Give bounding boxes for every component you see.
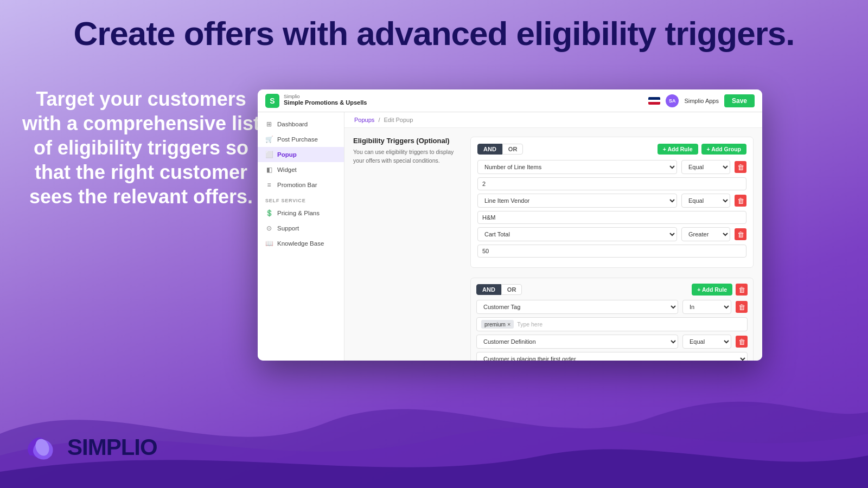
customer-def-operator-select[interactable]: Equal — [682, 335, 731, 349]
panel-description: You can use eligibility triggers to disp… — [353, 148, 462, 165]
rule-3-operator-select[interactable]: Greater — [681, 227, 730, 241]
app-name-block: Simplio Simple Promotions & Upsells — [284, 94, 367, 106]
app-label: Simplio — [284, 94, 367, 99]
customer-def-field-select[interactable]: Customer Definition — [476, 335, 678, 349]
panel-title: Eligibility Triggers (Optional) — [353, 137, 462, 145]
sidebar-item-post-purchase[interactable]: 🛒 Post Purchase — [258, 132, 344, 147]
rule-group-2: AND OR + Add Rule 🗑 Customer Tag — [470, 278, 754, 361]
rule-2-operator-select[interactable]: Equal — [681, 194, 730, 208]
breadcrumb-current: Edit Popup — [384, 117, 413, 123]
delete-customer-def-button[interactable]: 🗑 — [736, 336, 748, 348]
knowledge-base-icon: 📖 — [265, 240, 273, 247]
window-topbar: S Simplio Simple Promotions & Upsells SA… — [258, 89, 762, 112]
customer-def-value-row: Customer is placing their first order — [476, 352, 748, 361]
left-description: Target your customers with a comprehensi… — [16, 87, 266, 209]
breadcrumb-parent[interactable]: Popups — [354, 117, 374, 123]
sidebar: ⊞ Dashboard 🛒 Post Purchase ⬜ Popup ◧ Wi… — [258, 112, 344, 361]
pricing-icon: 💲 — [265, 209, 273, 217]
rule-2-value-input[interactable] — [477, 211, 746, 224]
group-1-header: AND OR + Add Rule + Add Group — [477, 144, 746, 155]
group-2-actions: + Add Rule 🗑 — [692, 284, 748, 296]
delete-rule-3-button[interactable]: 🗑 — [735, 228, 746, 240]
premium-tag-chip: premium × — [481, 320, 514, 329]
widget-icon: ◧ — [265, 166, 273, 174]
rule-1-field-select[interactable]: Number of Line Items — [477, 160, 677, 174]
or-button-2[interactable]: OR — [501, 284, 522, 295]
rule-2-value-row — [477, 211, 746, 224]
rule-row-customer-tag: Customer Tag In 🗑 — [476, 300, 748, 314]
dashboard-icon: ⊞ — [265, 120, 273, 128]
rules-panel: AND OR + Add Rule + Add Group Number — [470, 137, 754, 361]
sidebar-item-popup[interactable]: ⬜ Popup — [258, 147, 344, 162]
delete-rule-2-button[interactable]: 🗑 — [735, 195, 746, 207]
save-button[interactable]: Save — [724, 94, 755, 107]
customer-tag-operator-select[interactable]: In — [682, 300, 731, 314]
main-content: Popups / Edit Popup Eligibility Triggers… — [344, 112, 762, 361]
add-rule-button-2[interactable]: + Add Rule — [692, 284, 732, 296]
popup-icon: ⬜ — [265, 151, 273, 158]
page-title: Create offers with advanced eligibility … — [0, 15, 868, 52]
content-area: Eligibility Triggers (Optional) You can … — [344, 128, 762, 361]
remove-tag-icon[interactable]: × — [507, 321, 510, 328]
rule-2-field-select[interactable]: Line Item Vendor — [477, 194, 677, 208]
rule-1-value-input[interactable] — [477, 177, 746, 190]
rule-row-customer-def: Customer Definition Equal 🗑 — [476, 335, 748, 349]
app-logo-icon: S — [265, 94, 279, 108]
simplio-wordmark: SIMPLIO — [67, 434, 157, 460]
rule-1-operator-select[interactable]: Equal — [681, 160, 730, 174]
delete-group-2-button[interactable]: 🗑 — [736, 284, 748, 296]
add-group-button[interactable]: + Add Group — [701, 144, 746, 155]
sidebar-item-knowledge-base[interactable]: 📖 Knowledge Base — [258, 236, 344, 251]
app-window: S Simplio Simple Promotions & Upsells SA… — [258, 89, 762, 361]
promotion-bar-icon: ≡ — [265, 181, 273, 189]
and-button-1[interactable]: AND — [477, 144, 502, 155]
and-button-2[interactable]: AND — [476, 284, 501, 295]
user-name: Simplio Apps — [684, 98, 719, 104]
sidebar-item-support[interactable]: ⊙ Support — [258, 221, 344, 236]
breadcrumb-separator: / — [378, 117, 380, 123]
group-2-header: AND OR + Add Rule 🗑 — [476, 284, 748, 296]
branding: SIMPLIO — [22, 428, 157, 466]
self-service-label: SELF SERVICE — [258, 192, 344, 206]
customer-def-value-select[interactable]: Customer is placing their first order — [476, 352, 748, 361]
sidebar-item-widget[interactable]: ◧ Widget — [258, 162, 344, 177]
tag-input-row: premium × Type here — [476, 317, 748, 331]
description-panel: Eligibility Triggers (Optional) You can … — [353, 137, 462, 361]
topbar-right: SA Simplio Apps Save — [648, 94, 755, 107]
window-body: ⊞ Dashboard 🛒 Post Purchase ⬜ Popup ◧ Wi… — [258, 112, 762, 361]
add-rule-button-1[interactable]: + Add Rule — [658, 144, 698, 155]
or-button-1[interactable]: OR — [502, 144, 524, 155]
flag-icon — [648, 97, 660, 105]
sidebar-item-pricing[interactable]: 💲 Pricing & Plans — [258, 206, 344, 221]
group-1-actions: + Add Rule + Add Group — [658, 144, 746, 155]
app-name: Simple Promotions & Upsells — [284, 99, 367, 106]
user-avatar: SA — [666, 94, 679, 107]
rule-row-3: Cart Total Greater 🗑 — [477, 227, 746, 241]
sidebar-item-dashboard[interactable]: ⊞ Dashboard — [258, 117, 344, 132]
sidebar-item-promotion-bar[interactable]: ≡ Promotion Bar — [258, 177, 344, 192]
rule-3-field-select[interactable]: Cart Total — [477, 227, 677, 241]
delete-customer-tag-button[interactable]: 🗑 — [736, 301, 748, 313]
breadcrumb: Popups / Edit Popup — [344, 112, 762, 128]
rule-1-value-row — [477, 177, 746, 190]
rule-row-2: Line Item Vendor Equal 🗑 — [477, 194, 746, 208]
rule-row-1: Number of Line Items Equal 🗑 — [477, 160, 746, 174]
rule-3-value-row — [477, 245, 746, 258]
simplio-logo-icon — [22, 428, 60, 466]
rule-group-1: AND OR + Add Rule + Add Group Number — [470, 137, 754, 268]
support-icon: ⊙ — [265, 224, 273, 232]
tag-input-container[interactable]: premium × Type here — [476, 317, 748, 331]
and-or-toggle-1: AND OR — [477, 144, 523, 155]
customer-tag-field-select[interactable]: Customer Tag — [476, 300, 678, 314]
rule-3-value-input[interactable] — [477, 245, 746, 258]
delete-rule-1-button[interactable]: 🗑 — [735, 161, 746, 173]
and-or-toggle-2: AND OR — [476, 284, 522, 295]
post-purchase-icon: 🛒 — [265, 136, 273, 143]
tag-placeholder: Type here — [517, 321, 542, 328]
